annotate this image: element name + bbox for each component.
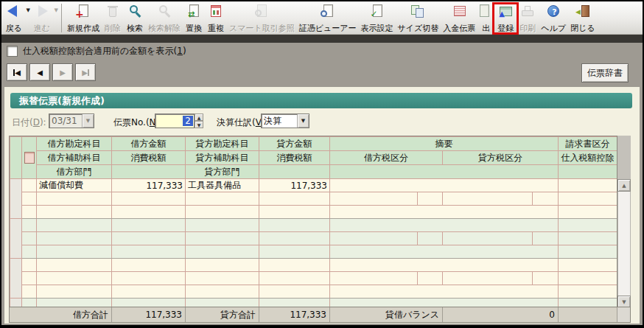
toolbar-button-search[interactable]: 検索 bbox=[124, 2, 146, 34]
toolbar-button-label: 重複 bbox=[208, 24, 224, 33]
toolbar-button-size-toggle[interactable]: サイズ切替 bbox=[396, 2, 441, 34]
debit-total-label: 借方合計 bbox=[10, 307, 111, 322]
empty-row bbox=[10, 272, 617, 285]
header-row-2: 借方補助科目 消費税額 貸方補助科目 消費税額 借方税区分 貸方税区分 仕入税額… bbox=[10, 151, 617, 165]
toolbar-button-new[interactable]: 新規作成 bbox=[65, 2, 102, 34]
cell-credit-amount[interactable]: 117,333 bbox=[259, 179, 330, 192]
entry-row-tax bbox=[10, 192, 617, 206]
toolbar-button-help[interactable]: ヘルプ bbox=[539, 2, 568, 34]
header-credit-tax-class: 貸方税区分 bbox=[443, 151, 559, 165]
cell-debit-account[interactable]: 減価償却費 bbox=[37, 179, 112, 192]
search-clear-icon bbox=[155, 4, 173, 18]
chevron-down-icon[interactable]: ▼ bbox=[82, 114, 94, 128]
register-icon bbox=[497, 4, 514, 18]
toolbar-button-replace[interactable]: 置換 bbox=[183, 2, 205, 34]
slip-form-row: 日付(D): 03/31 ▼ 伝票No.(N): 2 ▲ ▼ 決算仕訳(V): … bbox=[4, 114, 640, 130]
nav-last-button[interactable]: ▶ bbox=[75, 63, 96, 81]
settlement-value: 決算 bbox=[262, 115, 297, 128]
credit-total-label: 貸方合計 bbox=[185, 307, 259, 322]
scrollbar-track[interactable] bbox=[617, 192, 631, 296]
cell-debit-tax-class[interactable] bbox=[330, 192, 418, 206]
toolbar-button-label: 印刷 bbox=[519, 24, 536, 33]
scrollbar-corner bbox=[617, 307, 630, 322]
header-gutter bbox=[10, 137, 22, 179]
show-pre-deduction-checkbox[interactable] bbox=[7, 46, 18, 57]
toolbar-button-display-settings[interactable]: 表示設定 bbox=[359, 2, 396, 34]
new-icon bbox=[74, 4, 92, 18]
nav-previous-button[interactable]: ◀ bbox=[29, 63, 50, 81]
memo-cell[interactable] bbox=[22, 179, 37, 192]
empty-row bbox=[10, 285, 617, 299]
toolbar-button-smart-ref[interactable]: スマート取引参照 bbox=[227, 2, 297, 34]
cell-summary[interactable] bbox=[330, 179, 559, 192]
spinner-down-icon[interactable]: ▼ bbox=[195, 121, 203, 128]
toolbar-button-deposit-slip[interactable]: 入金伝票 bbox=[441, 2, 477, 34]
date-label: 日付(D): bbox=[12, 116, 46, 129]
dropdown-caret-icon[interactable]: ▼ bbox=[55, 8, 58, 13]
toolbar-button-forward[interactable]: ▼進む bbox=[31, 2, 59, 34]
delete-icon bbox=[104, 4, 122, 18]
cell-debit-amount[interactable]: 117,333 bbox=[112, 179, 186, 192]
balance-label: 貸借バランス bbox=[329, 307, 442, 322]
chevron-down-icon[interactable]: ▼ bbox=[297, 114, 309, 128]
record-navigation: ◀ ◀ ▶ ▶ bbox=[7, 63, 96, 81]
row-selector[interactable] bbox=[10, 179, 22, 219]
cell-credit-tax-class[interactable] bbox=[443, 192, 533, 206]
header-debit-sub-account: 借方補助科目 bbox=[37, 151, 112, 165]
toolbar-button-print[interactable]: 印刷 bbox=[517, 2, 539, 34]
toolbar-button-search-clear[interactable]: 検索解除 bbox=[146, 2, 183, 34]
empty-row bbox=[10, 219, 617, 232]
toolbar-separator bbox=[61, 4, 62, 32]
entry-row-dept bbox=[10, 206, 617, 219]
cell-credit-account[interactable]: 工具器具備品 bbox=[186, 179, 259, 192]
debit-total-value: 117,333 bbox=[111, 307, 185, 322]
cell-invoice-category[interactable] bbox=[559, 179, 617, 192]
toolbar-button-label: 戻る bbox=[6, 24, 22, 33]
header-row-3: 借方部門 貸方部門 bbox=[10, 165, 617, 179]
row-selector[interactable] bbox=[10, 259, 22, 299]
nav-next-button[interactable]: ▶ bbox=[52, 63, 73, 81]
toolbar-button-back[interactable]: ▼戻る bbox=[3, 2, 31, 34]
toolbar-button-close[interactable]: 閉じる bbox=[568, 2, 598, 34]
header-debit-tax-amount: 消費税額 bbox=[112, 151, 186, 165]
memo-column-header bbox=[22, 137, 37, 179]
row-selector[interactable] bbox=[10, 219, 22, 259]
size-toggle-icon bbox=[409, 4, 427, 18]
toolbar-button-evidence-viewer[interactable]: 証憑ビューアー bbox=[297, 2, 359, 34]
main-window: ▼戻る▼進む新規作成削除検索検索解除置換重複スマート取引参照証憑ビューアー表示設… bbox=[1, 1, 643, 325]
date-combobox[interactable]: 03/31 ▼ bbox=[49, 114, 94, 128]
toolbar-button-label: 置換 bbox=[186, 24, 202, 33]
smart-ref-icon bbox=[253, 4, 270, 18]
header-credit-sub-account: 貸方補助科目 bbox=[186, 151, 259, 165]
options-bar: 仕入税額控除割合適用前の金額を表示(1) bbox=[7, 45, 186, 57]
settlement-combobox[interactable]: 決算 ▼ bbox=[261, 114, 309, 128]
toolbar-button-label: 証憑ビューアー bbox=[299, 24, 357, 33]
print-icon bbox=[519, 4, 536, 18]
toolbar-button-label: 入金伝票 bbox=[443, 24, 475, 33]
help-icon bbox=[545, 4, 562, 18]
replace-icon bbox=[185, 4, 203, 18]
slip-panel: 振替伝票(新規作成) 日付(D): 03/31 ▼ 伝票No.(N): 2 ▲ … bbox=[4, 87, 640, 324]
slip-no-spinner[interactable]: ▲ ▼ bbox=[195, 114, 203, 128]
dropdown-caret-icon[interactable]: ▼ bbox=[27, 8, 30, 13]
toolbar-button-duplicate[interactable]: 重複 bbox=[205, 2, 227, 34]
toolbar-button-delete[interactable]: 削除 bbox=[102, 2, 124, 34]
scrollbar-header-strip bbox=[617, 136, 631, 179]
spinner-up-icon[interactable]: ▲ bbox=[195, 114, 203, 121]
toolbar-button-register[interactable]: 登録 bbox=[494, 2, 517, 34]
header-debit-dept: 借方部門 bbox=[37, 165, 112, 179]
slip-no-input[interactable]: 2 bbox=[155, 114, 195, 128]
scroll-up-icon[interactable]: ▲ bbox=[617, 179, 631, 192]
header-purchase-tax-deduction: 仕入税額控除 bbox=[559, 151, 617, 165]
duplicate-icon bbox=[207, 4, 225, 18]
header-debit-account: 借方勘定科目 bbox=[37, 137, 112, 151]
evidence-viewer-icon bbox=[319, 4, 337, 18]
header-credit-account: 貸方勘定科目 bbox=[186, 137, 259, 151]
toolbar-button-label: 出 bbox=[482, 24, 490, 33]
checkbox-label: 仕入税額控除割合適用前の金額を表示(1) bbox=[23, 45, 186, 57]
toolbar-button-label: 削除 bbox=[105, 24, 121, 33]
header-credit-amount: 貸方金額 bbox=[259, 137, 330, 151]
nav-first-button[interactable]: ◀ bbox=[7, 63, 27, 81]
slip-dictionary-button[interactable]: 伝票辞書 bbox=[581, 63, 629, 83]
toolbar-button-label: 登録 bbox=[497, 24, 514, 33]
